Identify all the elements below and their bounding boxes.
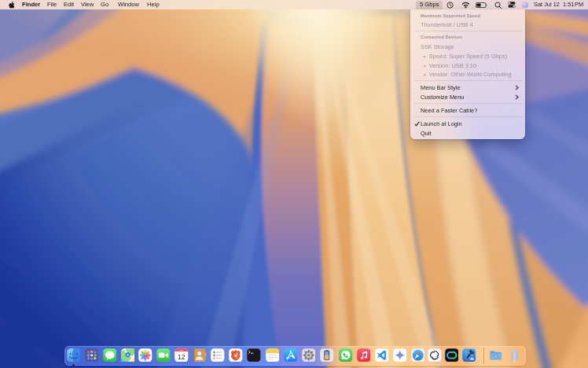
svg-text:12: 12 [178,352,186,360]
svg-text:JUL: JUL [180,349,184,351]
svg-text:BETA: BETA [470,358,474,359]
